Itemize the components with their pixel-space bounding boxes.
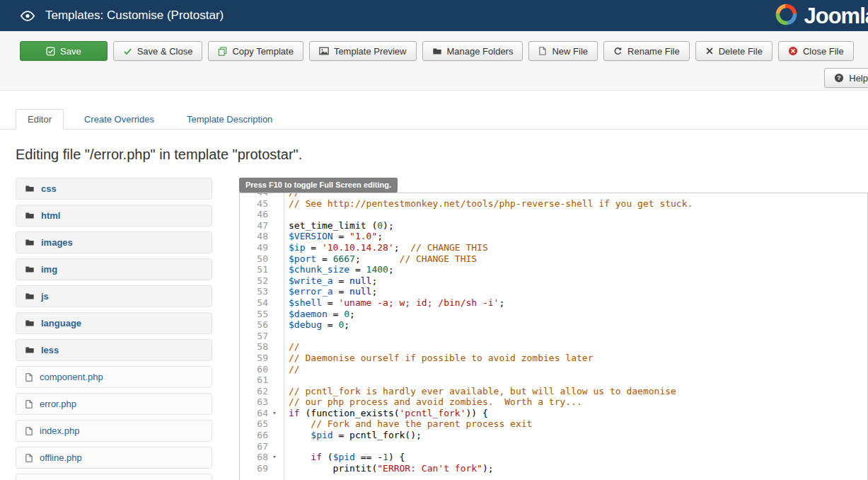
svg-text:?: ? [838, 74, 841, 81]
line-number-gutter: 59 [240, 353, 284, 364]
manage-folders-button[interactable]: Manage Folders [422, 41, 523, 61]
page-title: Templates: Customise (Protostar) [45, 8, 224, 23]
button-label: Template Preview [334, 46, 407, 57]
code-line-46: 46 [240, 209, 867, 220]
code-line-56: 56$debug = 0; [240, 319, 867, 331]
code-line-59: 59// Daemonise ourself if possible to av… [240, 353, 867, 364]
tree-item-language[interactable]: language [16, 312, 212, 334]
tree-item-label: error.php [40, 399, 76, 409]
tree-item-partial[interactable] [16, 474, 212, 480]
tree-item-label: images [41, 237, 73, 248]
tab-create-overrides[interactable]: Create Overrides [72, 109, 166, 130]
tree-item-label: offline.php [40, 452, 82, 463]
folder-icon [25, 319, 35, 328]
tree-item-offline.php[interactable]: offline.php [16, 447, 212, 469]
folder-icon [25, 184, 35, 193]
line-number-gutter: 57 [240, 331, 284, 342]
button-label: Delete File [719, 46, 763, 57]
code-line-61: 61 [240, 375, 867, 386]
button-label: Manage Folders [447, 46, 514, 57]
code-line-64: 64▾if (function_exists('pcntl_fork')) { [240, 408, 867, 419]
delete-icon [705, 47, 714, 55]
tree-item-images[interactable]: images [16, 232, 212, 253]
line-number-gutter: 60 [240, 364, 284, 375]
tree-item-label: language [41, 318, 81, 328]
code-lines: 44// -----45// See http://pentestmonkey.… [240, 193, 867, 474]
editor-column: Press F10 to toggle Full Screen editing.… [239, 178, 868, 480]
file-icon [25, 372, 33, 382]
button-label: Save [60, 46, 81, 57]
line-number-gutter: 62 [240, 386, 284, 397]
fold-arrow-icon[interactable]: ▾ [268, 452, 281, 463]
line-number-gutter: 49 [240, 242, 284, 253]
line-number-gutter: 65 [240, 418, 284, 430]
folder-icon [432, 47, 442, 56]
tree-item-label: component.php [40, 372, 103, 382]
code-line-55: 55$daemon = 0; [240, 309, 867, 320]
help-icon: ? [834, 73, 844, 83]
button-label: Copy Template [232, 46, 293, 57]
tree-item-label: html [41, 210, 60, 221]
tree-item-js[interactable]: js [16, 285, 212, 307]
folder-icon [25, 265, 35, 274]
code-line-67: 67 [240, 441, 867, 452]
delete-file-button[interactable]: Delete File [695, 41, 772, 61]
close-file-button[interactable]: Close File [778, 41, 854, 61]
line-number-gutter: 64▾ [240, 408, 284, 419]
line-number-gutter: 50 [240, 253, 284, 265]
copy-template-button[interactable]: Copy Template [208, 41, 303, 61]
line-number-gutter: 47 [240, 220, 284, 232]
page-heading: Editing file "/error.php" in template "p… [16, 147, 868, 163]
save-button[interactable]: Save [20, 41, 108, 61]
button-label: Rename File [627, 46, 680, 57]
tab-editor[interactable]: Editor [16, 109, 64, 130]
tree-item-less[interactable]: less [16, 339, 212, 361]
code-line-65: 65 // Fork and have the parent process e… [240, 418, 867, 430]
joomla-logo-icon [773, 1, 799, 30]
code-line-44: 44// ----- [240, 193, 867, 198]
tree-item-html[interactable]: html [16, 205, 212, 227]
button-label: New File [552, 46, 588, 57]
save-close-button[interactable]: Save & Close [113, 41, 203, 61]
tree-item-css[interactable]: css [16, 178, 212, 200]
line-number-gutter: 69 [240, 463, 284, 474]
code-line-58: 58// [240, 341, 867, 353]
code-line-57: 57 [240, 331, 867, 342]
cancel-icon [788, 46, 798, 56]
tree-item-label: less [41, 345, 59, 355]
folder-icon [25, 238, 35, 247]
rename-file-button[interactable]: Rename File [603, 41, 690, 61]
line-number-gutter: 66 [240, 430, 284, 441]
line-number-gutter: 48 [240, 231, 284, 242]
tree-item-img[interactable]: img [16, 258, 212, 280]
line-number-gutter: 67 [240, 441, 284, 452]
button-label: Close File [803, 46, 844, 57]
copy-icon [218, 47, 227, 56]
fullscreen-tooltip: Press F10 to toggle Full Screen editing. [239, 178, 398, 193]
file-icon [25, 426, 33, 436]
code-line-51: 51$chunk_size = 1400; [240, 264, 867, 275]
line-number-gutter: 58 [240, 341, 284, 353]
line-number-gutter: 61 [240, 375, 284, 386]
tree-item-component.php[interactable]: component.php [16, 366, 212, 388]
picture-icon [319, 46, 329, 56]
line-number-gutter: 68▾ [240, 452, 284, 463]
button-label: Save & Close [137, 46, 193, 57]
template-preview-button[interactable]: Template Preview [309, 41, 417, 61]
tree-item-error.php[interactable]: error.php [16, 393, 212, 415]
folder-icon [25, 292, 35, 301]
help-button[interactable]: ? Help [824, 68, 868, 88]
line-number-gutter: 53 [240, 286, 284, 297]
content-area: Editing file "/error.php" in template "p… [0, 147, 868, 480]
tab-template-description[interactable]: Template Description [175, 109, 284, 130]
line-number-gutter: 54 [240, 297, 284, 309]
code-line-48: 48$VERSION = "1.0"; [240, 231, 867, 242]
file-tree: csshtmlimagesimgjslanguagelesscomponent.… [16, 178, 212, 480]
tree-item-index.php[interactable]: index.php [16, 420, 212, 442]
fold-arrow-icon[interactable]: ▾ [268, 408, 281, 419]
file-icon [25, 453, 33, 463]
new-file-button[interactable]: New File [528, 41, 598, 61]
code-line-68: 68▾ if ($pid == -1) { [240, 452, 867, 463]
newfile-icon [538, 46, 547, 56]
code-editor[interactable]: 44// -----45// See http://pentestmonkey.… [239, 193, 868, 480]
